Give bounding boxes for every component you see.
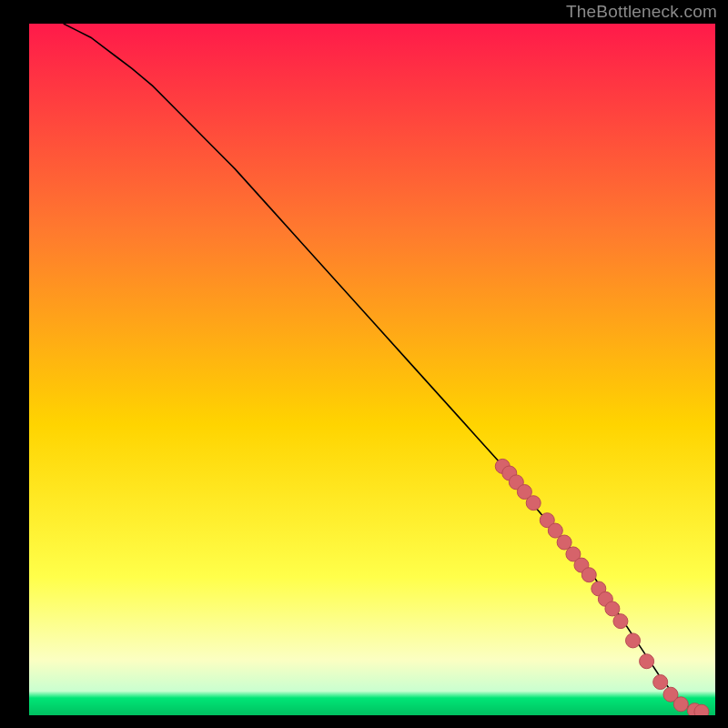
border xyxy=(715,0,728,728)
scatter-dot xyxy=(526,496,541,511)
chart-svg xyxy=(0,0,728,728)
scatter-dot xyxy=(673,697,688,712)
scatter-dot xyxy=(626,633,641,648)
border xyxy=(0,715,728,728)
scatter-dot xyxy=(613,614,628,629)
scatter-dot xyxy=(640,654,654,669)
scatter-dot xyxy=(653,675,668,690)
watermark-text: TheBottleneck.com xyxy=(566,2,717,22)
chart-container: { "watermark": "TheBottleneck.com", "col… xyxy=(0,0,728,728)
scatter-dot xyxy=(581,568,596,582)
border xyxy=(0,0,29,728)
scatter-dot xyxy=(605,602,620,616)
